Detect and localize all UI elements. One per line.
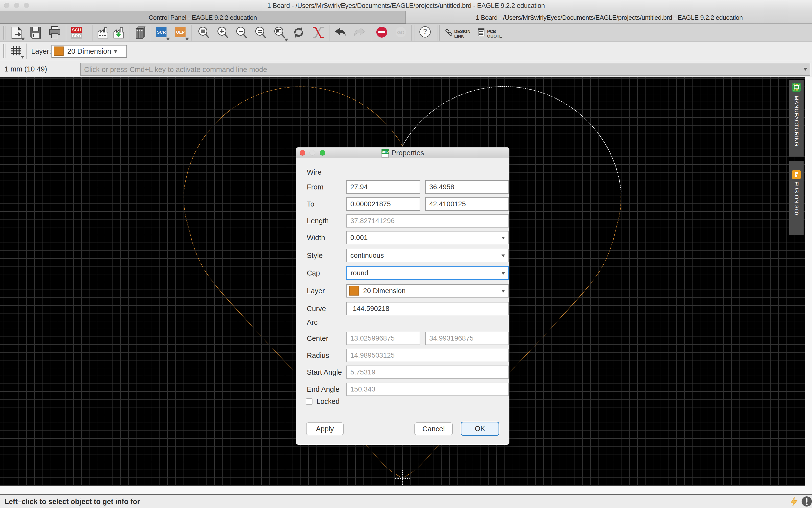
svg-text:?: ? — [423, 28, 427, 35]
svg-text:GO: GO — [397, 30, 405, 35]
svg-text:SCR: SCR — [157, 30, 166, 35]
svg-text:BRD: BRD — [382, 150, 389, 154]
svg-text:ULP: ULP — [176, 30, 185, 35]
svg-text:SCH: SCH — [72, 28, 81, 32]
svg-text:BRD: BRD — [72, 34, 81, 38]
